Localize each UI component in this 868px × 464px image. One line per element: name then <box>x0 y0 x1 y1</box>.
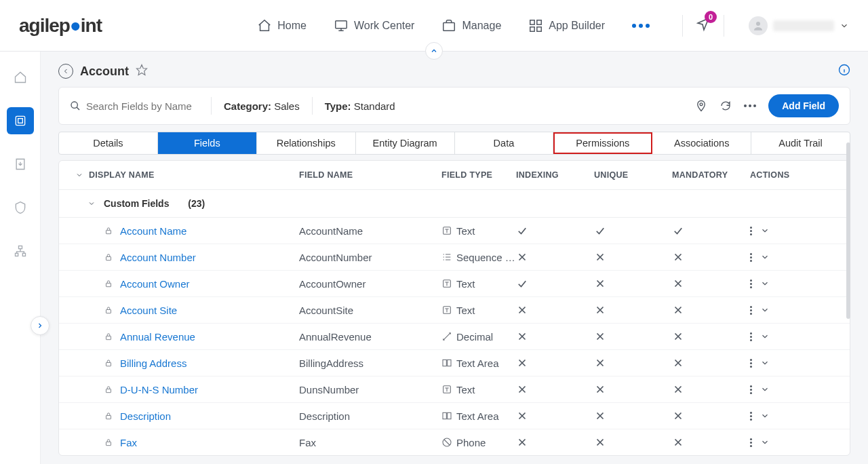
search-input[interactable] <box>86 100 195 112</box>
row-actions <box>750 358 825 368</box>
info-icon[interactable] <box>838 64 850 79</box>
sidebar-hierarchy[interactable] <box>7 237 34 265</box>
expand-row-icon[interactable] <box>760 332 770 341</box>
search-field[interactable] <box>70 100 199 112</box>
field-name: BillingAddress <box>299 357 441 369</box>
field-type: Text <box>441 305 516 316</box>
lock-icon <box>104 279 113 288</box>
expand-row-icon[interactable] <box>760 305 770 315</box>
field-link[interactable]: Account Number <box>120 252 196 263</box>
row-more-icon[interactable] <box>750 385 752 394</box>
field-link[interactable]: Annual Revenue <box>120 331 195 343</box>
field-name: Fax <box>299 437 441 448</box>
tab-associations[interactable]: Associations <box>652 132 751 154</box>
tab-entity-diagram[interactable]: Entity Diagram <box>356 132 455 154</box>
row-more-icon[interactable] <box>750 227 752 235</box>
field-link[interactable]: Account Name <box>120 225 186 237</box>
field-type: Sequence N... <box>441 252 516 263</box>
sidebar-entities[interactable] <box>7 107 34 134</box>
expand-row-icon[interactable] <box>760 358 770 368</box>
topbar: agilep●int Home Work Center Manage App B… <box>0 0 868 52</box>
tab-data[interactable]: Data <box>455 132 554 154</box>
indexing-mark <box>516 357 594 369</box>
row-more-icon[interactable] <box>750 332 752 341</box>
field-name: AccountName <box>299 225 441 237</box>
row-actions <box>750 385 825 394</box>
filter-category: Category: Sales <box>224 100 300 112</box>
tab-audit-trail[interactable]: Audit Trail <box>751 132 850 154</box>
nav-home[interactable]: Home <box>257 18 307 33</box>
field-link[interactable]: Account Site <box>120 305 177 316</box>
collapse-topbar-button[interactable] <box>425 42 443 60</box>
row-more-icon[interactable] <box>750 306 752 315</box>
location-icon[interactable] <box>695 100 707 112</box>
nav-more-icon[interactable] <box>632 24 650 28</box>
unique-mark <box>594 304 672 316</box>
unique-mark <box>594 436 672 448</box>
table-row: DescriptionDescriptionText Area <box>59 403 850 429</box>
toolbar-more-icon[interactable] <box>744 104 756 107</box>
mandatory-mark <box>672 410 750 422</box>
expand-row-icon[interactable] <box>760 279 770 288</box>
svg-rect-3 <box>537 20 541 24</box>
row-more-icon[interactable] <box>750 412 752 421</box>
field-link[interactable]: Fax <box>120 437 137 448</box>
notifications-icon[interactable]: 0 <box>695 16 711 35</box>
sidebar-security[interactable] <box>7 194 34 221</box>
expand-row-icon[interactable] <box>760 385 770 394</box>
search-icon <box>70 100 81 111</box>
field-name: AccountSite <box>299 305 441 316</box>
expand-row-icon[interactable] <box>760 226 770 235</box>
refresh-icon[interactable] <box>719 100 732 112</box>
scrollbar[interactable] <box>846 142 850 319</box>
indexing-mark <box>516 410 594 422</box>
svg-rect-24 <box>106 362 111 366</box>
favorite-icon[interactable] <box>136 64 148 79</box>
back-button[interactable] <box>58 64 73 79</box>
page-title: Account <box>80 64 129 79</box>
add-field-button[interactable]: Add Field <box>768 94 839 117</box>
table-row: Account OwnerAccountOwnerText <box>59 271 850 297</box>
field-link[interactable]: Account Owner <box>120 278 190 290</box>
field-name: AccountOwner <box>299 278 441 290</box>
unique-mark <box>594 410 672 422</box>
indexing-mark <box>516 251 594 263</box>
unique-mark <box>594 383 672 395</box>
svg-rect-30 <box>443 412 446 419</box>
field-name: AnnualRevenue <box>299 331 441 343</box>
svg-rect-5 <box>537 26 541 31</box>
indexing-mark <box>516 383 594 395</box>
user-menu[interactable] <box>749 16 849 35</box>
sidebar-import[interactable] <box>7 151 34 178</box>
tab-permissions[interactable]: Permissions <box>553 132 652 154</box>
field-link[interactable]: D-U-N-S Number <box>120 384 198 395</box>
row-more-icon[interactable] <box>750 279 752 288</box>
expand-row-icon[interactable] <box>760 438 770 447</box>
field-link[interactable]: Description <box>120 410 171 422</box>
field-link[interactable]: Billing Address <box>120 357 186 369</box>
mandatory-mark <box>672 251 750 263</box>
tab-relationships[interactable]: Relationships <box>257 132 356 154</box>
nav-app-builder[interactable]: App Builder <box>528 18 605 33</box>
expand-row-icon[interactable] <box>760 252 770 262</box>
lock-icon <box>104 305 113 315</box>
lock-icon <box>104 358 113 368</box>
row-more-icon[interactable] <box>750 253 752 262</box>
svg-point-6 <box>756 22 760 26</box>
lock-icon <box>104 332 113 341</box>
tab-details[interactable]: Details <box>59 132 158 154</box>
expand-row-icon[interactable] <box>760 411 770 421</box>
row-actions <box>750 226 825 235</box>
group-custom-fields[interactable]: Custom Fields (23) <box>59 190 850 218</box>
svg-rect-1 <box>443 22 455 31</box>
nav-work-center[interactable]: Work Center <box>334 18 415 33</box>
field-name: Description <box>299 410 441 422</box>
tab-fields[interactable]: Fields <box>158 132 257 154</box>
row-actions <box>750 252 825 262</box>
svg-rect-21 <box>106 309 111 313</box>
chevron-down-icon[interactable] <box>75 171 83 179</box>
sidebar-home[interactable] <box>7 64 34 91</box>
row-more-icon[interactable] <box>750 359 752 368</box>
row-more-icon[interactable] <box>750 438 752 447</box>
nav-manage[interactable]: Manage <box>441 18 501 33</box>
